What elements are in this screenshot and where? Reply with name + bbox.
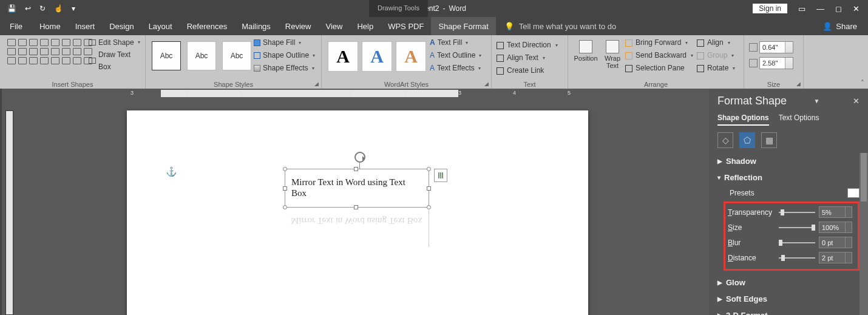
resize-handle-w[interactable]	[283, 186, 287, 191]
ribbon-display-icon[interactable]: ▭	[798, 4, 805, 13]
redo-icon[interactable]: ↻	[39, 4, 46, 13]
tab-references[interactable]: References	[180, 17, 234, 35]
wordart-preset-3[interactable]: A	[396, 41, 426, 72]
text-box-shape[interactable]: Mirror Text in Word using Text Box	[285, 169, 429, 208]
height-icon	[749, 43, 758, 52]
wordart-preset-1[interactable]: A	[328, 41, 358, 72]
sign-in-button[interactable]: Sign in	[753, 4, 787, 13]
tell-me-search[interactable]: 💡 Tell me what you want to do	[496, 17, 616, 35]
section-3d-format[interactable]: ▶3-D Format	[717, 307, 866, 315]
tab-home[interactable]: Home	[32, 17, 68, 35]
position-button[interactable]: Position	[573, 40, 598, 69]
edit-shape-button[interactable]: Edit Shape▾	[89, 36, 145, 49]
layout-options-icon	[438, 172, 443, 178]
style-preset-3[interactable]: Abc	[222, 41, 251, 70]
height-control[interactable]: 0.64"	[749, 41, 798, 53]
rotate-handle[interactable]	[354, 152, 365, 163]
ribbon-tabs: File Home Insert Design Layout Reference…	[0, 17, 868, 35]
shape-fill-button[interactable]: Shape Fill▾	[254, 36, 315, 49]
horizontal-ruler: 3 2 1 1 2 3 4 5	[15, 89, 709, 98]
section-reflection[interactable]: ▾Reflection	[717, 169, 866, 186]
pane-scrollbar[interactable]	[860, 153, 868, 315]
align-text-button[interactable]: Align Text▾	[497, 52, 563, 64]
resize-handle-ne[interactable]	[427, 167, 431, 171]
section-glow[interactable]: ▶Glow	[717, 274, 866, 291]
pane-category-fill-icon[interactable]: ◇	[717, 132, 733, 148]
tab-mailings[interactable]: Mailings	[234, 17, 278, 35]
dialog-launcher-icon[interactable]: ◢	[484, 81, 489, 87]
qat-more-icon[interactable]: ▾	[72, 4, 75, 13]
pane-tab-text-options[interactable]: Text Options	[779, 111, 819, 126]
wordart-preset-2[interactable]: A	[362, 41, 392, 72]
resize-handle-e[interactable]	[427, 186, 431, 191]
close-icon[interactable]: ✕	[853, 4, 860, 13]
anchor-icon: ⚓	[166, 166, 177, 177]
draw-text-box-button[interactable]: Draw Text Box	[89, 49, 145, 73]
height-input[interactable]: 0.64"	[759, 41, 793, 53]
chevron-right-icon: ▶	[717, 296, 722, 302]
presets-swatch[interactable]	[847, 188, 860, 198]
group-shape-styles: Abc Abc Abc Shape Fill▾ Shape Outline▾ S…	[146, 35, 322, 89]
resize-handle-n[interactable]	[354, 167, 358, 171]
transparency-input[interactable]: 5%	[819, 206, 852, 218]
text-fill-button[interactable]: AText Fill▾	[430, 36, 481, 49]
distance-slider[interactable]	[779, 256, 815, 260]
width-input[interactable]: 2.58"	[759, 57, 793, 69]
ribbon: Edit Shape▾ Draw Text Box Insert Shapes …	[0, 35, 868, 89]
touch-mode-icon[interactable]: ☝	[54, 4, 63, 13]
layout-options-button[interactable]	[434, 169, 447, 182]
pane-category-layout-icon[interactable]: ▦	[761, 132, 777, 148]
pane-menu-icon[interactable]: ▼	[814, 98, 820, 104]
shape-outline-button[interactable]: Shape Outline▾	[254, 49, 315, 62]
text-direction-button[interactable]: Text Direction▾	[497, 39, 563, 52]
size-slider[interactable]	[779, 226, 815, 229]
text-outline-button[interactable]: AText Outline▾	[430, 49, 481, 62]
shape-effects-button[interactable]: Shape Effects▾	[254, 62, 315, 75]
pane-category-effects-icon[interactable]: ⬠	[739, 132, 755, 148]
tab-help[interactable]: Help	[350, 17, 381, 35]
tab-view[interactable]: View	[318, 17, 350, 35]
contextual-tab-label: Drawing Tools	[369, 0, 428, 17]
send-backward-button[interactable]: Send Backward▾	[625, 49, 693, 62]
maximize-icon[interactable]: ◻	[835, 4, 842, 13]
style-preset-1[interactable]: Abc	[152, 41, 181, 70]
blur-input[interactable]: 0 pt	[819, 237, 852, 248]
selection-pane-button[interactable]: Selection Pane	[625, 62, 693, 75]
dialog-launcher-icon[interactable]: ◢	[314, 81, 319, 87]
style-preset-2[interactable]: Abc	[187, 41, 216, 70]
share-button[interactable]: 👤 Share	[822, 17, 868, 35]
minimize-icon[interactable]: —	[816, 4, 824, 13]
tab-design[interactable]: Design	[102, 17, 141, 35]
lightbulb-icon: 💡	[504, 22, 514, 31]
section-shadow[interactable]: ▶Shadow	[717, 153, 866, 169]
size-input[interactable]: 100%	[819, 222, 852, 233]
pane-tab-shape-options[interactable]: Shape Options	[717, 111, 769, 126]
bring-forward-button[interactable]: Bring Forward▾	[625, 36, 693, 49]
reflection-presets[interactable]: Presets ▼	[717, 186, 866, 200]
tab-insert[interactable]: Insert	[68, 17, 103, 35]
width-control[interactable]: 2.58"	[749, 57, 798, 69]
document-canvas[interactable]: ⚓ Mirror Text in Word using Text Box	[15, 98, 709, 315]
dialog-launcher-icon[interactable]: ◢	[796, 81, 801, 87]
section-soft-edges[interactable]: ▶Soft Edges	[717, 291, 866, 307]
collapse-ribbon-icon[interactable]: ˄	[861, 79, 864, 87]
chevron-right-icon: ▶	[717, 158, 722, 164]
undo-icon[interactable]: ↩	[25, 4, 31, 13]
text-effects-button[interactable]: AText Effects▾	[430, 62, 481, 75]
tab-layout[interactable]: Layout	[141, 17, 180, 35]
transparency-slider[interactable]	[779, 211, 815, 214]
wrap-text-button[interactable]: Wrap Text	[600, 40, 625, 69]
distance-input[interactable]: 2 pt	[819, 252, 852, 263]
pane-close-icon[interactable]: ✕	[853, 97, 860, 106]
tab-review[interactable]: Review	[278, 17, 319, 35]
size-row: Size 100%	[728, 220, 855, 235]
blur-slider[interactable]	[779, 241, 815, 245]
tab-wps-pdf[interactable]: WPS PDF	[381, 17, 431, 35]
save-icon[interactable]: 💾	[7, 4, 16, 13]
resize-handle-nw[interactable]	[283, 167, 287, 171]
tab-file[interactable]: File	[0, 17, 32, 35]
align-button[interactable]: Align▾	[697, 36, 735, 49]
tab-shape-format[interactable]: Shape Format	[431, 17, 495, 35]
rotate-button[interactable]: Rotate▾	[697, 62, 735, 75]
create-link-button[interactable]: Create Link	[497, 64, 563, 77]
